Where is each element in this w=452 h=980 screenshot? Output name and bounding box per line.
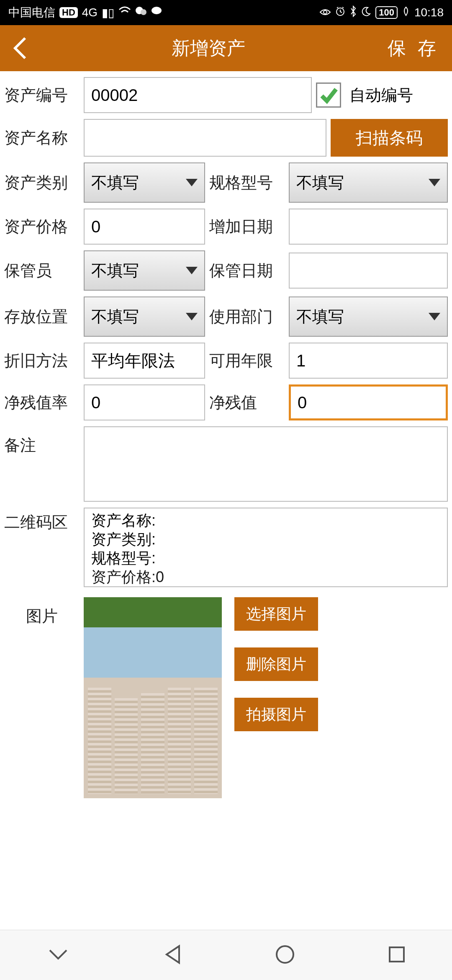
label-residual-value: 净残值 — [209, 392, 285, 413]
location-value: 不填写 — [91, 306, 139, 328]
remark-textarea[interactable] — [84, 426, 448, 502]
chevron-down-icon — [429, 179, 440, 186]
auto-number-checkbox[interactable] — [316, 83, 341, 108]
label-residual-rate: 净残值率 — [4, 392, 80, 413]
custody-date-input[interactable] — [289, 253, 448, 289]
label-asset-category: 资产类别 — [4, 172, 80, 193]
label-asset-price: 资产价格 — [4, 216, 80, 237]
moon-icon — [361, 6, 371, 19]
label-image: 图片 — [4, 597, 80, 627]
chat-icon — [151, 6, 162, 19]
chevron-down-icon — [186, 267, 198, 274]
carrier-label: 中国电信 — [8, 5, 55, 21]
status-bar: 中国电信 HD 4G ▮▯ 100 10:18 — [0, 0, 452, 25]
system-nav-bar — [0, 930, 452, 980]
qr-line: 资产名称: — [91, 511, 440, 530]
svg-point-3 — [324, 10, 327, 14]
svg-point-2 — [152, 7, 162, 14]
label-depreciation: 折旧方法 — [4, 350, 80, 371]
page-title: 新增资产 — [29, 36, 388, 61]
delete-image-button[interactable]: 删除图片 — [234, 647, 318, 681]
label-qr-area: 二维码区 — [4, 508, 80, 533]
scan-barcode-button[interactable]: 扫描条码 — [331, 119, 448, 157]
clock-label: 10:18 — [414, 6, 444, 19]
label-custody-date: 保管日期 — [209, 260, 285, 281]
residual-rate-input[interactable]: 0 — [84, 384, 205, 420]
spec-model-select[interactable]: 不填写 — [289, 162, 448, 203]
custodian-select[interactable]: 不填写 — [84, 250, 205, 291]
network-label: 4G — [82, 6, 98, 19]
wechat-icon — [135, 6, 147, 19]
back-button[interactable] — [13, 36, 29, 61]
location-select[interactable]: 不填写 — [84, 297, 205, 337]
residual-value-input[interactable]: 0 — [289, 384, 448, 420]
label-remark: 备注 — [4, 426, 80, 456]
qr-line: 规格型号: — [91, 549, 440, 567]
home-nav-icon[interactable] — [275, 944, 295, 967]
asset-price-input[interactable]: 0 — [84, 209, 205, 245]
recent-nav-icon[interactable] — [387, 945, 406, 966]
asset-no-input[interactable]: 00002 — [84, 77, 312, 113]
choose-image-button[interactable]: 选择图片 — [234, 597, 318, 631]
label-custodian: 保管员 — [4, 260, 80, 281]
take-photo-button[interactable]: 拍摄图片 — [234, 698, 318, 731]
svg-point-1 — [141, 9, 146, 15]
signal-icon: ▮▯ — [102, 6, 114, 20]
chevron-down-icon — [429, 313, 440, 320]
eye-icon — [319, 6, 331, 19]
depreciation-input[interactable]: 平均年限法 — [84, 343, 205, 379]
asset-category-value: 不填写 — [91, 172, 139, 193]
auto-number-label: 自动编号 — [349, 85, 413, 106]
label-location: 存放位置 — [4, 306, 80, 328]
wifi-icon — [118, 6, 131, 19]
bluetooth-icon — [349, 5, 357, 20]
battery-badge: 100 — [375, 6, 398, 19]
label-spec-model: 规格型号 — [209, 172, 285, 193]
chevron-down-icon — [186, 179, 198, 186]
svg-point-5 — [277, 946, 293, 963]
custodian-value: 不填写 — [91, 260, 139, 281]
department-select[interactable]: 不填写 — [289, 297, 448, 337]
usable-years-input[interactable]: 1 — [289, 343, 448, 379]
svg-rect-6 — [390, 947, 404, 962]
app-header: 新增资产 保 存 — [0, 25, 452, 71]
asset-category-select[interactable]: 不填写 — [84, 162, 205, 203]
qr-line: 资产价格:0 — [91, 567, 440, 586]
asset-name-input[interactable] — [84, 119, 326, 157]
label-usable-years: 可用年限 — [209, 350, 285, 371]
add-date-input[interactable] — [289, 209, 448, 245]
asset-image-thumbnail[interactable] — [84, 597, 222, 798]
label-department: 使用部门 — [209, 306, 285, 328]
leaf-icon — [402, 6, 410, 19]
spec-model-value: 不填写 — [296, 172, 344, 193]
qr-line: 资产类别: — [91, 530, 440, 549]
back-nav-icon[interactable] — [162, 944, 183, 967]
label-asset-no: 资产编号 — [4, 85, 80, 106]
chevron-down-icon — [186, 313, 198, 320]
save-button[interactable]: 保 存 — [388, 36, 439, 61]
qr-info-box: 资产名称: 资产类别: 规格型号: 资产价格:0 — [84, 508, 448, 587]
hide-keyboard-icon[interactable] — [46, 946, 71, 965]
label-add-date: 增加日期 — [209, 216, 285, 237]
label-asset-name: 资产名称 — [4, 127, 80, 149]
department-value: 不填写 — [296, 306, 344, 328]
alarm-icon — [335, 6, 345, 19]
hd-badge: HD — [59, 7, 78, 18]
